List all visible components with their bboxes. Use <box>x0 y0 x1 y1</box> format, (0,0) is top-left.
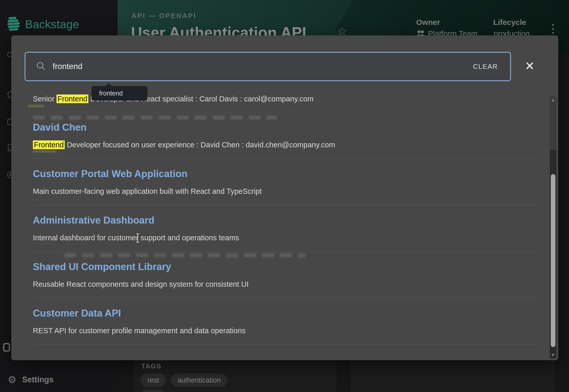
result-title-link[interactable]: Administrative Dashboard <box>33 214 154 226</box>
result-description: Frontend Developer focused on user exper… <box>33 140 538 150</box>
search-box: CLEAR <box>25 52 511 81</box>
result-title-link[interactable]: Customer Portal Web Application <box>33 168 188 180</box>
highlight: Frontend <box>33 140 65 149</box>
result-description: Internal dashboard for customer support … <box>33 233 538 243</box>
result-description: Main customer-facing web application bui… <box>33 186 538 196</box>
search-modal: CLEAR ✕ frontend Senior Frontend Develop… <box>11 35 558 360</box>
search-icon <box>36 61 46 72</box>
close-icon: ✕ <box>525 59 535 73</box>
fading-highlight-artifact <box>33 150 57 152</box>
text-cursor <box>135 233 140 243</box>
result-title-link[interactable]: David Chen <box>33 121 87 133</box>
clear-button[interactable]: CLEAR <box>469 60 501 73</box>
result-description: Reusable React components and design sys… <box>33 279 538 289</box>
search-result-item[interactable]: Customer Data API REST API for customer … <box>33 298 538 345</box>
scrollbar-thumb[interactable] <box>551 174 555 347</box>
close-button[interactable]: ✕ <box>521 58 538 74</box>
result-title-link[interactable]: Customer Data API <box>33 307 121 319</box>
search-result-item[interactable]: Customer Portal Web Application Main cus… <box>33 159 538 205</box>
search-result-item[interactable]: Shared UI Component Library Reusable Rea… <box>33 252 538 298</box>
results-scrollbar[interactable]: ▲ ▼ <box>550 96 556 358</box>
result-title-link[interactable]: Shared UI Component Library <box>33 261 171 273</box>
search-result-item[interactable]: Administrative Dashboard Internal dashbo… <box>33 205 538 252</box>
autocomplete-suggestion[interactable]: frontend <box>91 86 147 101</box>
search-input[interactable] <box>53 62 463 71</box>
highlight: Frontend <box>57 94 88 103</box>
scroll-down-icon[interactable]: ▼ <box>550 353 556 357</box>
fading-highlight-artifact <box>28 105 44 107</box>
fading-result-artifact <box>33 116 277 120</box>
result-description: REST API for customer profile management… <box>33 326 538 336</box>
search-results-list: Senior Frontend Developer and React spec… <box>33 90 538 358</box>
scroll-up-icon[interactable]: ▲ <box>550 98 556 102</box>
fading-result-artifact <box>64 253 306 257</box>
